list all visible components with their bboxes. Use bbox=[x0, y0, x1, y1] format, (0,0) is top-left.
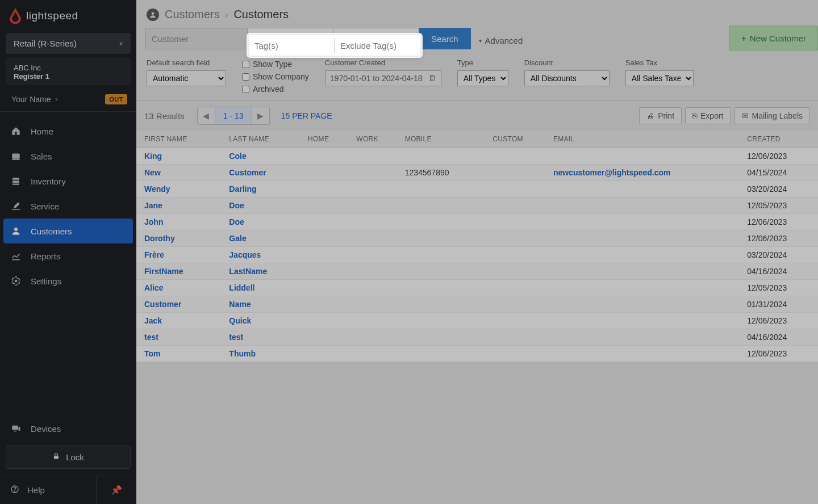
pin-button[interactable]: 📌 bbox=[97, 476, 136, 504]
cell-first[interactable]: John bbox=[136, 214, 221, 230]
main-content: Customers › Customers Search ▾ Advanced … bbox=[136, 0, 818, 504]
cell-last[interactable]: Customer bbox=[221, 165, 300, 181]
cell-first[interactable]: Frère bbox=[136, 247, 221, 263]
cell-last[interactable]: Thumb bbox=[221, 346, 300, 362]
nav-inventory[interactable]: Inventory bbox=[0, 169, 136, 194]
search-button[interactable]: Search bbox=[419, 28, 471, 49]
table-row[interactable]: JackQuick12/06/2023 bbox=[136, 313, 818, 329]
cell-first[interactable]: FirstName bbox=[136, 263, 221, 280]
table-row[interactable]: NewCustomer1234567890newcustomer@lightsp… bbox=[136, 165, 818, 181]
cell-last[interactable]: Darling bbox=[221, 181, 300, 198]
cell-first[interactable]: King bbox=[136, 148, 221, 165]
cell-email[interactable]: newcustomer@lightspeed.com bbox=[545, 165, 739, 181]
inventory-icon bbox=[10, 175, 22, 187]
calendar-icon: 🗓 bbox=[428, 74, 436, 83]
register-name: Register 1 bbox=[14, 72, 123, 81]
pager-prev[interactable]: ◀ bbox=[198, 107, 215, 124]
breadcrumb-parent[interactable]: Customers bbox=[165, 8, 220, 21]
salestax-select[interactable]: All Sales Taxes bbox=[625, 70, 694, 86]
nav-reports[interactable]: Reports bbox=[0, 243, 136, 268]
cell-last[interactable]: Liddell bbox=[221, 280, 300, 296]
th-email[interactable]: EMAIL bbox=[545, 131, 739, 148]
discount-filter: Discount All Discounts bbox=[524, 58, 610, 94]
cell-last[interactable]: Gale bbox=[221, 230, 300, 247]
table-row[interactable]: DorothyGale12/06/2023 bbox=[136, 230, 818, 247]
cell-last[interactable]: Jacques bbox=[221, 247, 300, 263]
nav-service[interactable]: Service bbox=[0, 194, 136, 219]
export-button[interactable]: ⎘Export bbox=[685, 107, 731, 124]
cell-home bbox=[300, 313, 348, 329]
table-row[interactable]: WendyDarling03/20/2024 bbox=[136, 181, 818, 198]
advanced-toggle[interactable]: ▾ Advanced bbox=[471, 28, 531, 53]
plus-icon: + bbox=[741, 33, 746, 43]
store-block[interactable]: ABC Inc Register 1 bbox=[6, 58, 131, 85]
table-row[interactable]: testtest04/16/2024 bbox=[136, 329, 818, 346]
show-type-check[interactable]: Show Type bbox=[242, 60, 309, 69]
table-row[interactable]: CustomerName01/31/2024 bbox=[136, 296, 818, 313]
cell-first[interactable]: Jane bbox=[136, 198, 221, 214]
customer-search-input[interactable] bbox=[145, 28, 248, 49]
cell-last[interactable]: Name bbox=[221, 296, 300, 313]
default-field-select[interactable]: Automatic bbox=[147, 70, 226, 86]
cell-last[interactable]: Doe bbox=[221, 214, 300, 230]
exclude-tags-input[interactable] bbox=[335, 36, 420, 55]
nav-customers[interactable]: Customers bbox=[3, 219, 133, 243]
cell-first[interactable]: Wendy bbox=[136, 181, 221, 198]
cell-first[interactable]: New bbox=[136, 165, 221, 181]
cell-created: 04/15/2024 bbox=[739, 165, 818, 181]
mailing-labels-button[interactable]: ✉Mailing Labels bbox=[734, 107, 811, 124]
table-row[interactable]: AliceLiddell12/05/2023 bbox=[136, 280, 818, 296]
th-home[interactable]: HOME bbox=[300, 131, 348, 148]
customers-table: FIRST NAME LAST NAME HOME WORK MOBILE CU… bbox=[136, 131, 818, 362]
th-last[interactable]: LAST NAME bbox=[221, 131, 300, 148]
cell-last[interactable]: Cole bbox=[221, 148, 300, 165]
tags-input[interactable] bbox=[249, 36, 334, 55]
help-button[interactable]: Help bbox=[0, 476, 97, 504]
cell-last[interactable]: LastName bbox=[221, 263, 300, 280]
cell-created: 12/06/2023 bbox=[739, 148, 818, 165]
status-badge[interactable]: OUT bbox=[105, 94, 127, 104]
nav-settings[interactable]: Settings bbox=[0, 268, 136, 293]
lock-button[interactable]: Lock bbox=[6, 446, 131, 469]
created-range[interactable]: 1970-01-01 to 2024-04-18 🗓 bbox=[325, 70, 441, 86]
per-page-link[interactable]: 15 PER PAGE bbox=[281, 111, 332, 120]
th-custom[interactable]: CUSTOM bbox=[485, 131, 545, 148]
archived-check[interactable]: Archived bbox=[242, 85, 309, 94]
cell-last[interactable]: test bbox=[221, 329, 300, 346]
nav-sales[interactable]: Sales bbox=[0, 144, 136, 169]
new-customer-button[interactable]: + New Customer bbox=[729, 26, 818, 51]
pager-next[interactable]: ▶ bbox=[252, 107, 269, 124]
pager-range[interactable]: 1 - 13 bbox=[215, 107, 252, 124]
table-row[interactable]: FirstNameLastName04/16/2024 bbox=[136, 263, 818, 280]
cell-first[interactable]: Tom bbox=[136, 346, 221, 362]
th-work[interactable]: WORK bbox=[348, 131, 397, 148]
bottom-bar: Help 📌 bbox=[0, 476, 136, 504]
type-select[interactable]: All Types bbox=[457, 70, 508, 86]
table-row[interactable]: JohnDoe12/06/2023 bbox=[136, 214, 818, 230]
discount-select[interactable]: All Discounts bbox=[524, 70, 610, 86]
cell-first[interactable]: test bbox=[136, 329, 221, 346]
cell-first[interactable]: Customer bbox=[136, 296, 221, 313]
svg-rect-9 bbox=[19, 427, 20, 431]
product-switcher[interactable]: Retail (R-Series) ▾ bbox=[6, 33, 131, 54]
nav-home[interactable]: Home bbox=[0, 119, 136, 144]
th-mobile[interactable]: MOBILE bbox=[397, 131, 485, 148]
cell-first[interactable]: Dorothy bbox=[136, 230, 221, 247]
table-row[interactable]: JaneDoe12/05/2023 bbox=[136, 198, 818, 214]
brand: lightspeed bbox=[0, 0, 136, 30]
show-company-check[interactable]: Show Company bbox=[242, 72, 309, 81]
cell-mobile bbox=[397, 230, 485, 247]
cell-created: 12/06/2023 bbox=[739, 346, 818, 362]
nav-devices[interactable]: Devices bbox=[0, 416, 136, 441]
print-button[interactable]: 🖨Print bbox=[639, 107, 682, 124]
cell-first[interactable]: Jack bbox=[136, 313, 221, 329]
cell-last[interactable]: Doe bbox=[221, 198, 300, 214]
cell-first[interactable]: Alice bbox=[136, 280, 221, 296]
table-row[interactable]: TomThumb12/06/2023 bbox=[136, 346, 818, 362]
th-first[interactable]: FIRST NAME bbox=[136, 131, 221, 148]
th-created[interactable]: CREATED bbox=[739, 131, 818, 148]
table-row[interactable]: FrèreJacques03/20/2024 bbox=[136, 247, 818, 263]
user-row[interactable]: Your Name ▼ OUT bbox=[0, 89, 136, 112]
table-row[interactable]: KingCole12/06/2023 bbox=[136, 148, 818, 165]
cell-last[interactable]: Quick bbox=[221, 313, 300, 329]
